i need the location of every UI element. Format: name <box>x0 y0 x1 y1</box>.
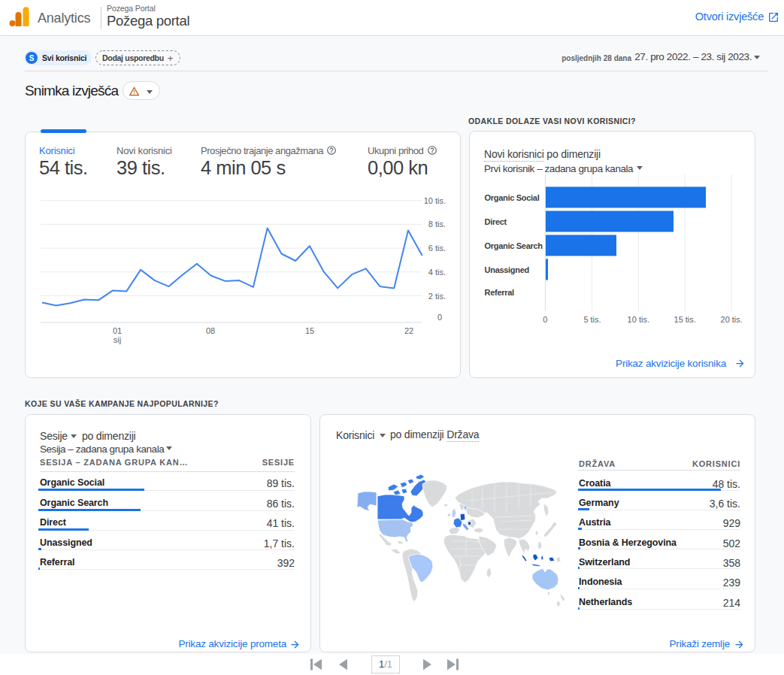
svg-text:20 tis.: 20 tis. <box>721 315 743 324</box>
svg-text:4 tis.: 4 tis. <box>428 268 446 277</box>
svg-text:10 tis.: 10 tis. <box>424 196 446 205</box>
svg-text:01: 01 <box>113 326 122 335</box>
svg-text:Organic Search: Organic Search <box>485 241 543 250</box>
svg-text:6 tis.: 6 tis. <box>428 244 446 253</box>
svg-text:0: 0 <box>437 313 442 322</box>
svg-text:22: 22 <box>404 326 413 335</box>
svg-text:0: 0 <box>543 315 547 324</box>
svg-text:10 tis.: 10 tis. <box>628 315 649 324</box>
svg-text:5 tis.: 5 tis. <box>583 315 601 324</box>
svg-text:08: 08 <box>206 326 215 335</box>
svg-text:15: 15 <box>305 326 314 335</box>
svg-text:2 tis.: 2 tis. <box>428 292 446 301</box>
svg-text:Referral: Referral <box>485 288 514 297</box>
svg-text:8 tis.: 8 tis. <box>428 219 446 229</box>
svg-text:15 tis.: 15 tis. <box>674 315 696 324</box>
svg-text:Unassigned: Unassigned <box>485 265 529 274</box>
svg-text:Organic Social: Organic Social <box>485 193 540 202</box>
svg-text:Direct: Direct <box>485 217 507 226</box>
svg-text:sij: sij <box>114 335 121 344</box>
